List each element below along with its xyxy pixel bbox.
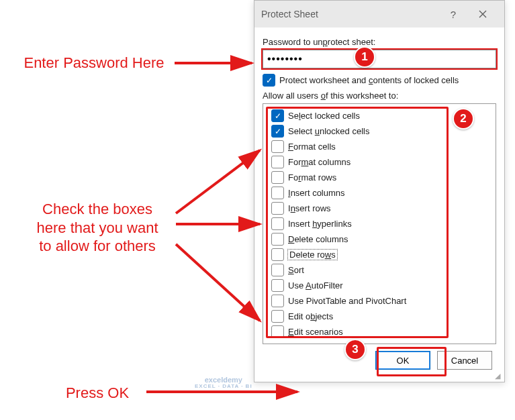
permission-label: Select locked cells bbox=[288, 111, 360, 121]
dialog-title: Protect Sheet bbox=[261, 9, 438, 19]
permission-label: Insert columns bbox=[288, 188, 345, 198]
permission-checkbox[interactable] bbox=[271, 325, 284, 338]
permission-checkbox[interactable] bbox=[271, 248, 284, 261]
permission-checkbox[interactable] bbox=[271, 217, 284, 230]
permission-item[interactable]: Insert rows bbox=[271, 201, 490, 216]
permission-item[interactable]: Insert hyperlinks bbox=[271, 216, 490, 231]
permission-label: Delete columns bbox=[288, 234, 348, 244]
resize-grip[interactable]: ◢ bbox=[495, 372, 503, 380]
permission-label: Format cells bbox=[288, 142, 336, 152]
permission-item[interactable]: Edit scenarios bbox=[271, 324, 490, 339]
svg-line-3 bbox=[176, 244, 260, 321]
permission-checkbox[interactable] bbox=[271, 279, 284, 292]
permission-checkbox[interactable] bbox=[271, 202, 284, 215]
permission-label: Use AutoFilter bbox=[288, 280, 343, 291]
protect-contents-checkbox[interactable] bbox=[263, 74, 275, 87]
permission-label: Sort bbox=[288, 265, 304, 275]
permission-label: Format rows bbox=[288, 172, 336, 182]
protect-sheet-dialog: Protect Sheet ? Password to unprotect sh… bbox=[254, 0, 505, 382]
protect-contents-label: Protect worksheet and contents of locked… bbox=[279, 75, 459, 85]
permission-checkbox[interactable] bbox=[271, 187, 284, 199]
permission-item[interactable]: Format columns bbox=[271, 154, 490, 170]
permission-item[interactable]: Insert columns bbox=[271, 185, 490, 201]
permission-checkbox[interactable] bbox=[271, 310, 284, 323]
permission-label: Use PivotTable and PivotChart bbox=[288, 296, 406, 306]
permissions-list: 2 Select locked cellsSelect unlocked cel… bbox=[263, 103, 496, 344]
svg-line-1 bbox=[176, 150, 260, 213]
permission-label: Edit objects bbox=[288, 311, 333, 321]
close-button[interactable] bbox=[468, 1, 498, 28]
permission-checkbox[interactable] bbox=[271, 140, 284, 153]
help-button[interactable]: ? bbox=[438, 1, 468, 28]
arrow-2a bbox=[176, 146, 270, 220]
arrow-3 bbox=[146, 382, 308, 403]
close-icon bbox=[479, 10, 487, 18]
callout-1: 1 bbox=[354, 46, 375, 68]
permission-label: Format columns bbox=[288, 157, 350, 167]
permission-checkbox[interactable] bbox=[271, 295, 284, 307]
titlebar: Protect Sheet ? bbox=[254, 1, 504, 28]
permission-item[interactable]: Delete columns bbox=[271, 231, 490, 247]
permission-label: Insert hyperlinks bbox=[288, 219, 352, 229]
protect-contents-row[interactable]: Protect worksheet and contents of locked… bbox=[263, 74, 496, 87]
arrow-2b bbox=[176, 215, 270, 235]
permission-label: Delete rows bbox=[288, 250, 337, 260]
permission-checkbox[interactable] bbox=[271, 109, 284, 122]
cancel-button[interactable]: Cancel bbox=[437, 351, 492, 370]
callout-2: 2 bbox=[453, 108, 474, 129]
permission-item[interactable]: Delete rows bbox=[271, 247, 490, 262]
permission-item[interactable]: Edit objects bbox=[271, 309, 490, 324]
password-input[interactable] bbox=[263, 50, 496, 68]
annotation-password: Enter Password Here bbox=[7, 54, 181, 72]
allow-label: Allow all users of this worksheet to: bbox=[263, 91, 496, 101]
arrow-2c bbox=[176, 242, 270, 329]
permission-checkbox[interactable] bbox=[271, 233, 284, 246]
callout-3: 3 bbox=[344, 339, 366, 360]
arrow-1 bbox=[175, 54, 262, 74]
ok-button[interactable]: OK bbox=[375, 351, 430, 370]
permission-checkbox[interactable] bbox=[271, 125, 284, 138]
permission-checkbox[interactable] bbox=[271, 156, 284, 168]
permission-checkbox[interactable] bbox=[271, 264, 284, 276]
permission-label: Edit scenarios bbox=[288, 327, 343, 337]
permission-item[interactable]: Use PivotTable and PivotChart bbox=[271, 293, 490, 309]
permission-label: Insert rows bbox=[288, 203, 331, 213]
permission-item[interactable]: Use AutoFilter bbox=[271, 278, 490, 293]
password-label: Password to unprotect sheet: bbox=[263, 37, 496, 47]
annotation-ok: Press OK bbox=[54, 384, 141, 403]
button-row: 3 OK Cancel bbox=[263, 344, 496, 375]
permission-item[interactable]: Format rows bbox=[271, 170, 490, 185]
annotation-checkboxes: Check the boxes here that you want to al… bbox=[13, 200, 181, 256]
permission-label: Select unlocked cells bbox=[288, 126, 369, 136]
permission-item[interactable]: Format cells bbox=[271, 139, 490, 154]
permission-checkbox[interactable] bbox=[271, 171, 284, 184]
permission-item[interactable]: Sort bbox=[271, 262, 490, 278]
